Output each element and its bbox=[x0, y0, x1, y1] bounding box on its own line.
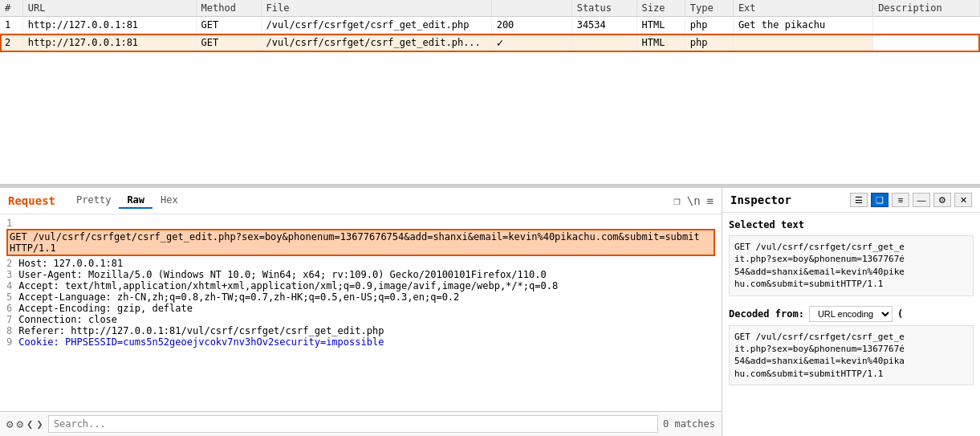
table-cell: php bbox=[685, 34, 733, 52]
col-num: # bbox=[0, 0, 22, 17]
request-line: 1GET /vul/csrf/csrfget/csrf_get_edit.php… bbox=[6, 218, 715, 256]
line-text: Connection: close bbox=[18, 314, 117, 325]
table-cell: ✓ bbox=[491, 34, 571, 52]
col-size: Size bbox=[636, 0, 685, 17]
highlighted-text: GET /vul/csrf/csrfget/csrf_get_edit.php?… bbox=[6, 229, 715, 256]
line-number: 2 bbox=[6, 258, 12, 269]
request-content: 1GET /vul/csrf/csrfget/csrf_get_edit.php… bbox=[0, 214, 722, 411]
inspector-title: Inspector bbox=[730, 194, 791, 206]
line-number: 3 bbox=[6, 269, 12, 280]
inspector-toolbar: ☰ ❑ ≡ ― ⚙ ✕ bbox=[850, 193, 972, 207]
request-line: 5Accept-Language: zh-CN,zh;q=0.8,zh-TW;q… bbox=[6, 291, 715, 303]
line-text: Referer: http://127.0.0.1:81/vul/csrf/cs… bbox=[18, 325, 384, 336]
request-line: 9Cookie: PHPSESSID=cums5n52geoejvcokv7nv… bbox=[6, 336, 715, 348]
request-line: 8Referer: http://127.0.0.1:81/vul/csrf/c… bbox=[6, 325, 715, 336]
inspector-content: Selected text GET /vul/csrf/csrfget/csrf… bbox=[722, 213, 980, 436]
request-line: 3User-Agent: Mozilla/5.0 (Windows NT 10.… bbox=[6, 269, 715, 280]
table-cell: GET bbox=[196, 17, 261, 34]
settings-icon[interactable]: ⚙ bbox=[6, 418, 13, 430]
table-cell: 200 bbox=[491, 17, 571, 34]
tab-group: Pretty Raw Hex bbox=[68, 193, 186, 209]
inspector-header: Inspector ☰ ❑ ≡ ― ⚙ ✕ bbox=[722, 188, 980, 213]
request-line: 6Accept-Encoding: gzip, deflate bbox=[6, 303, 715, 314]
next-icon[interactable]: ❯ bbox=[36, 418, 43, 430]
toolbar-icons: ❐ \n ≡ bbox=[673, 194, 714, 207]
line-number: 6 bbox=[6, 303, 12, 314]
table-cell: http://127.0.0.1:81 bbox=[22, 17, 196, 34]
inspector-list-btn[interactable]: ☰ bbox=[850, 193, 868, 207]
inspector-section: Inspector ☰ ❑ ≡ ― ⚙ ✕ Selected text GET … bbox=[722, 188, 980, 436]
line-text: Accept-Language: zh-CN,zh;q=0.8,zh-TW;q=… bbox=[18, 291, 459, 303]
search-settings-icon[interactable]: ⚙ bbox=[16, 418, 22, 430]
decoded-paren: ( bbox=[897, 308, 903, 320]
prev-icon[interactable]: ❮ bbox=[26, 418, 33, 430]
search-input[interactable] bbox=[48, 415, 658, 433]
decoded-label: Decoded from: URL encoding ( bbox=[729, 306, 974, 322]
request-list-area: # URL Method File Status Size Type Ext D… bbox=[0, 0, 980, 185]
tab-pretty[interactable]: Pretty bbox=[68, 193, 119, 209]
col-desc: Description bbox=[873, 0, 980, 17]
inspector-detail-btn[interactable]: ❑ bbox=[871, 193, 889, 207]
tab-hex[interactable]: Hex bbox=[152, 193, 186, 209]
table-cell: 2 bbox=[0, 34, 22, 52]
col-url: URL bbox=[22, 0, 196, 17]
inspector-settings-btn[interactable]: ⚙ bbox=[933, 193, 951, 207]
inspector-collapse-btn[interactable]: ― bbox=[913, 193, 930, 207]
search-bar-icons: ⚙ ⚙ ❮ ❯ bbox=[6, 418, 43, 430]
selected-text-box: GET /vul/csrf/csrfget/csrf_get_eit.php?s… bbox=[729, 235, 974, 296]
table-cell: http://127.0.0.1:81 bbox=[22, 34, 196, 52]
col-status: Status bbox=[571, 0, 636, 17]
col-file: File bbox=[261, 0, 491, 17]
line-number: 7 bbox=[6, 314, 12, 325]
col-spacer bbox=[491, 0, 571, 17]
newline-icon[interactable]: \n bbox=[687, 194, 701, 207]
request-section: Request Pretty Raw Hex ❐ \n ≡ 1GET /vul/… bbox=[0, 188, 722, 436]
menu-icon[interactable]: ≡ bbox=[707, 194, 714, 207]
col-ext: Ext bbox=[733, 0, 872, 17]
table-cell bbox=[733, 34, 872, 52]
table-cell bbox=[571, 34, 636, 52]
table-cell: /vul/csrf/csrfget/csrf_get_edit.php bbox=[261, 17, 491, 34]
copy-icon[interactable]: ❐ bbox=[673, 194, 680, 207]
line-text: Accept-Encoding: gzip, deflate bbox=[18, 303, 193, 314]
request-line: 7Connection: close bbox=[6, 314, 715, 325]
col-method: Method bbox=[196, 0, 261, 17]
encoding-dropdown[interactable]: URL encoding bbox=[809, 306, 893, 322]
table-cell: 1 bbox=[0, 17, 22, 34]
line-number: 1 bbox=[6, 218, 12, 229]
inspector-close-btn[interactable]: ✕ bbox=[954, 193, 972, 207]
line-text: Cookie: PHPSESSID=cums5n52geoejvcokv7nv3… bbox=[18, 336, 384, 348]
inspector-indent-btn[interactable]: ≡ bbox=[892, 193, 909, 207]
selected-text-label: Selected text bbox=[729, 219, 974, 230]
table-cell: 34534 bbox=[571, 17, 636, 34]
line-text: User-Agent: Mozilla/5.0 (Windows NT 10.0… bbox=[18, 269, 546, 280]
col-type: Type bbox=[685, 0, 733, 17]
table-header-row: # URL Method File Status Size Type Ext D… bbox=[0, 0, 980, 17]
search-bar: ⚙ ⚙ ❮ ❯ 0 matches bbox=[0, 411, 722, 436]
line-number: 9 bbox=[6, 336, 12, 348]
line-number: 8 bbox=[6, 325, 12, 336]
table-cell: php bbox=[685, 17, 733, 34]
decoded-from-text: Decoded from: bbox=[729, 308, 804, 320]
request-line: 4Accept: text/html,application/xhtml+xml… bbox=[6, 280, 715, 291]
request-title: Request bbox=[8, 194, 55, 207]
tab-raw[interactable]: Raw bbox=[119, 193, 152, 209]
decoded-text-box: GET /vul/csrf/csrfget/csrf_get_eit.php?s… bbox=[729, 325, 974, 386]
line-text: Accept: text/html,application/xhtml+xml,… bbox=[18, 280, 558, 291]
table-row[interactable]: 1http://127.0.0.1:81GET/vul/csrf/csrfget… bbox=[0, 17, 980, 34]
matches-count: 0 matches bbox=[663, 418, 715, 430]
table-cell: HTML bbox=[636, 34, 685, 52]
table-row[interactable]: 2http://127.0.0.1:81GET/vul/csrf/csrfget… bbox=[0, 34, 980, 52]
line-number: 5 bbox=[6, 291, 12, 303]
line-number: 4 bbox=[6, 280, 12, 291]
bottom-panel: Request Pretty Raw Hex ❐ \n ≡ 1GET /vul/… bbox=[0, 188, 980, 436]
table-cell: Get the pikachu bbox=[733, 17, 872, 34]
request-line: 2Host: 127.0.0.1:81 bbox=[6, 258, 715, 269]
table-cell: /vul/csrf/csrfget/csrf_get_edit.ph... bbox=[261, 34, 491, 52]
request-table: # URL Method File Status Size Type Ext D… bbox=[0, 0, 980, 52]
line-text: Host: 127.0.0.1:81 bbox=[18, 258, 123, 269]
request-header: Request Pretty Raw Hex ❐ \n ≡ bbox=[0, 188, 722, 214]
table-cell: HTML bbox=[636, 17, 685, 34]
table-cell: GET bbox=[196, 34, 261, 52]
